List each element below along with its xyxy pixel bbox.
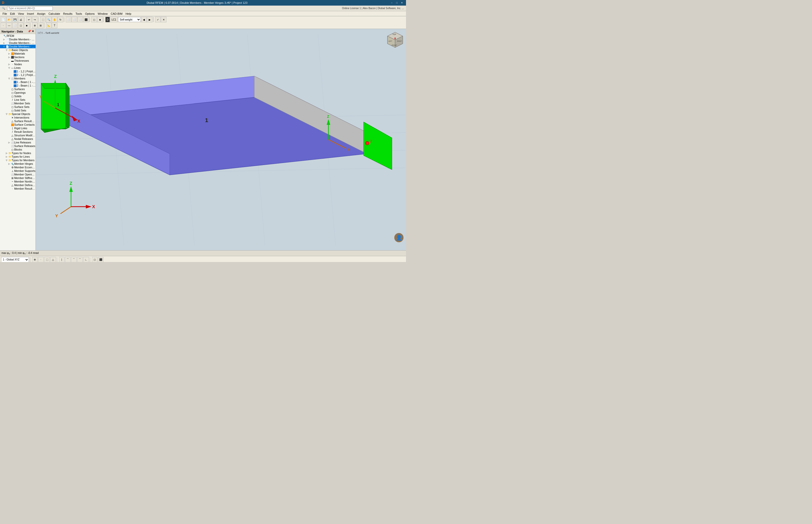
minimize-button[interactable]: − [390,1,394,4]
tree-item-typesforlines[interactable]: ▷ 📁 Types for Lines [0,155,35,159]
tree-item-file3[interactable]: ▽ 📄 Double Members - Member Hinges 3.rf6… [0,45,35,48]
tree-item-resultsections[interactable]: / Result Sections [0,130,35,133]
tree-toggle[interactable]: ▷ [2,42,5,44]
tree-item-rfem[interactable]: 🔧 RFEM [0,34,35,37]
tree-item-member2[interactable]: 🟦 2 - Beam | 1 - Sqr HSS 3-1/2x3-1/2x0.2… [0,84,35,87]
tb-print[interactable]: 🖨 [18,17,23,22]
coord-system-select[interactable]: 1 - Global XYZ [1,257,29,262]
orientation-cube[interactable]: TOP RIGHT LEFT FRONT [386,31,404,49]
tb-wireframe[interactable]: ◻ [91,17,97,22]
tree-item-surfaceresadj[interactable]: △ Surface Results Adjustments [0,119,35,123]
tree-item-nodes[interactable]: ▷ · Nodes [0,63,35,66]
tree-item-membersets[interactable]: ⬜ Member Sets [0,101,35,105]
tree-toggle[interactable]: ▽ [7,67,11,69]
btb-snap1[interactable]: ⊕ [32,257,37,262]
tree-item-membersupports[interactable]: ⊥ Member Supports [0,169,35,173]
tb-zoom[interactable]: 🔍 [46,17,51,22]
tree-item-line2[interactable]: 🟦 2 - 1,2 | Polyline | L : 10.00 ft | Li… [0,73,35,77]
tree-item-materials[interactable]: ▷ 🟧 Materials [0,52,35,55]
tree-item-line1[interactable]: 🟦 1 - 1,2 | Polyline | L : 10.00 ft [0,69,35,73]
menu-calculate[interactable]: Calculate [47,12,62,16]
btb-mode2[interactable]: ⬛ [98,257,103,262]
btb-snap3[interactable]: ⬚ [44,257,50,262]
menu-tools[interactable]: Tools [74,12,84,16]
tree-toggle[interactable]: ▷ [7,56,11,59]
tree-toggle[interactable]: ▷ [7,63,11,65]
tb-results-off[interactable]: ✕ [161,17,167,22]
tree-item-memberresintermed[interactable]: · Member Result Intermediate Points [0,187,35,191]
tree-toggle[interactable]: ▷ [5,155,8,158]
tree-item-lines[interactable]: ▽ — Lines [0,66,35,69]
tree-item-surfaces[interactable]: ◻ Surfaces [0,87,35,91]
tree-item-openings[interactable]: ◻ Openings [0,91,35,95]
tb2-solid[interactable]: ■ [24,22,30,28]
tree-toggle[interactable]: ▽ [2,46,5,48]
tree-toggle[interactable]: ▽ [7,78,11,80]
tree-item-linesets[interactable]: / Line Sets [0,98,35,101]
tree-item-file2[interactable]: ▷ 📄 Double Members - Nodal Releases - FA… [0,41,35,45]
tree-toggle[interactable]: ▷ [7,142,11,144]
tb-top[interactable]: ⬜ [78,17,83,22]
tb-undo[interactable]: ↩ [26,17,32,22]
menu-options[interactable]: Options [84,12,96,16]
menu-results[interactable]: Results [62,12,74,16]
close-button[interactable]: ✕ [400,1,404,4]
tree-item-file1[interactable]: ▷ 📄 Double Members - Member Hinges - Rec… [0,37,35,41]
tree-item-basicobj[interactable]: ▽ 📁 Basic Objects [0,48,35,52]
tb-front[interactable]: ⬜ [66,17,71,22]
tree-item-member1[interactable]: 🟦 1 - Beam | 1 - Sqr HSS 3-1/2x3-1/2x0.2… [0,80,35,84]
tree-toggle[interactable]: ▷ [2,38,5,40]
tree-item-structuremods[interactable]: △ Structure Modifications [0,133,35,137]
tb2-node[interactable]: · [0,22,6,28]
tb-new[interactable]: 📄 [0,17,6,22]
tree-toggle[interactable]: ▽ [5,49,8,51]
menu-help[interactable]: Help [124,12,133,16]
tb-3d[interactable]: ⬛ [83,17,89,22]
tree-item-memberhinges[interactable]: ▷ 🔩 Member Hinges [0,162,35,165]
tb2-surface[interactable]: ◻ [18,22,23,28]
tree-toggle[interactable]: ▷ [5,152,8,154]
navigator-body[interactable]: 🔧 RFEM ▷ 📄 Double Members - Member Hinge… [0,34,35,250]
loadcase-combo[interactable]: Self-weight [118,17,141,22]
btb-draw2[interactable]: ⌒ [65,257,70,262]
menu-window[interactable]: Window [96,12,109,16]
tree-item-typesfornodes[interactable]: ▷ 📁 Types for Nodes [0,151,35,155]
tree-item-members[interactable]: ▽ ⬜ Members [0,77,35,80]
tree-toggle[interactable]: ▷ [7,52,11,55]
tb2-line[interactable]: — [6,22,12,28]
tree-toggle[interactable]: ▽ [5,113,8,115]
tree-item-membereccentricities[interactable]: ⚙ Member Eccentricities [0,165,35,169]
tree-item-solids[interactable]: ◻ Solids [0,95,35,98]
tree-item-intersections[interactable]: ✕ Intersections [0,116,35,119]
menu-assign[interactable]: Assign [35,12,47,16]
maximize-button[interactable]: □ [395,1,399,4]
btb-snap2[interactable]: · [38,257,44,262]
tree-item-membernonlinearities[interactable]: ~ Member Nonlinearities [0,180,35,183]
tree-item-blocks[interactable]: ◻ Blocks [0,148,35,151]
tb-open[interactable]: 📂 [6,17,12,22]
tb-rotate[interactable]: ↻ [57,17,63,22]
tb2-member[interactable]: ⬜ [12,22,18,28]
user-avatar[interactable]: 👤 [394,232,404,243]
tb-pan[interactable]: ✋ [52,17,57,22]
tree-item-nodalreleases[interactable]: △ Nodal Releases [0,137,35,141]
tree-toggle[interactable]: ▷ [7,163,11,165]
tb-loadcase-d[interactable]: D [105,17,110,22]
tb-loadcase-lc1[interactable]: LC1 [110,17,118,22]
tb-save[interactable]: 💾 [12,17,18,22]
tb2-measure[interactable]: 📐 [46,22,51,28]
tb2-snap[interactable]: ⊕ [32,22,37,28]
nav-close-icon[interactable]: ✕ [32,30,34,33]
btb-draw4[interactable]: ⌒ [77,257,83,262]
btb-draw1[interactable]: | [59,257,65,262]
tree-item-specialobj[interactable]: ▽ 📁 Special Objects [0,112,35,116]
tree-item-thicknesses[interactable]: ▬ Thicknesses [0,59,35,63]
menu-view[interactable]: View [17,12,26,16]
tb-side[interactable]: ⬜ [71,17,77,22]
tree-item-surfacecontacts[interactable]: 🟧 Surface Contacts [0,123,35,127]
tb2-grid[interactable]: ⊞ [38,22,44,28]
tree-item-surfacesets[interactable]: ◻ Surface Sets [0,105,35,109]
tb2-annotate[interactable]: T [52,22,57,28]
menu-file[interactable]: File [1,12,9,16]
tb-results-on[interactable]: ✓ [155,17,160,22]
